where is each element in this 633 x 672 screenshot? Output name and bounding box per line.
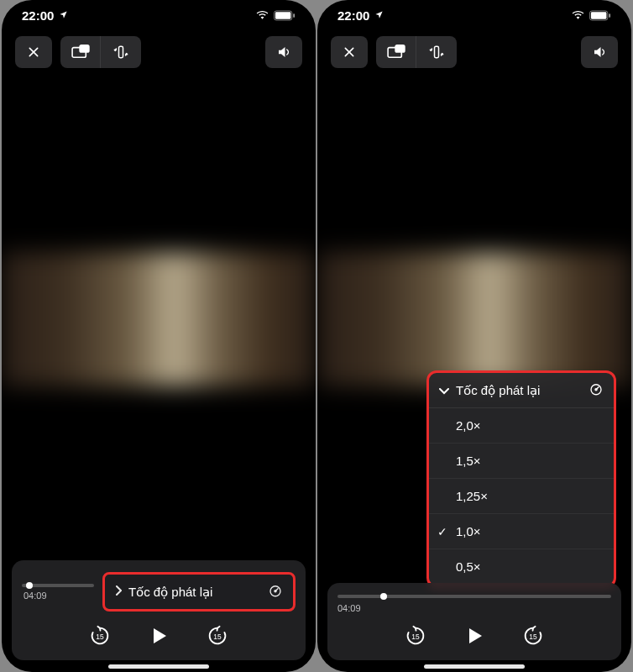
chevron-right-icon bbox=[115, 585, 122, 598]
svg-rect-12 bbox=[609, 13, 610, 18]
speedometer-icon bbox=[268, 583, 283, 601]
speedometer-icon bbox=[589, 381, 604, 399]
speed-option[interactable]: 1,5× bbox=[429, 444, 614, 479]
playback-speed-label: Tốc độ phát lại bbox=[128, 585, 261, 600]
svg-rect-1 bbox=[275, 12, 291, 18]
svg-rect-14 bbox=[395, 45, 405, 52]
speed-option-label: 1,25× bbox=[456, 489, 488, 503]
top-controls bbox=[2, 28, 316, 76]
status-bar: 22:00 bbox=[317, 0, 631, 28]
play-button[interactable] bbox=[460, 622, 489, 650]
location-icon bbox=[374, 10, 384, 22]
rotate-button[interactable] bbox=[416, 36, 457, 68]
rewind-15-button[interactable]: 15 bbox=[86, 622, 114, 650]
playback-speed-menu-header[interactable]: Tốc độ phát lại bbox=[429, 373, 614, 408]
battery-icon bbox=[274, 10, 296, 21]
view-mode-group bbox=[60, 36, 141, 68]
svg-rect-11 bbox=[591, 12, 607, 18]
speed-option[interactable]: ✓1,0× bbox=[429, 514, 614, 549]
phone-screen-right: 22:00 bbox=[317, 0, 631, 672]
video-frame[interactable] bbox=[317, 252, 631, 386]
progress-slider[interactable] bbox=[22, 584, 94, 587]
speed-option[interactable]: 1,25× bbox=[429, 479, 614, 514]
svg-rect-4 bbox=[80, 45, 89, 52]
volume-button[interactable] bbox=[265, 36, 302, 68]
pip-button[interactable] bbox=[60, 36, 101, 68]
forward-15-button[interactable]: 15 bbox=[519, 622, 547, 650]
wifi-icon bbox=[571, 10, 585, 21]
svg-text:15: 15 bbox=[96, 633, 104, 641]
view-mode-group bbox=[376, 36, 457, 68]
svg-point-7 bbox=[275, 591, 276, 592]
svg-text:15: 15 bbox=[213, 633, 222, 641]
svg-text:15: 15 bbox=[529, 633, 537, 641]
video-frame[interactable] bbox=[2, 252, 316, 386]
speed-option-label: 1,0× bbox=[456, 524, 481, 538]
playback-speed-menu: Tốc độ phát lại 2,0×1,5×1,25×✓1,0×0,5× bbox=[426, 370, 616, 588]
chevron-down-icon bbox=[439, 383, 449, 397]
transport-controls: 15 15 bbox=[20, 613, 297, 650]
home-indicator[interactable] bbox=[424, 664, 525, 669]
svg-rect-5 bbox=[119, 46, 123, 57]
svg-text:15: 15 bbox=[411, 633, 420, 641]
rotate-button[interactable] bbox=[101, 36, 141, 68]
forward-15-button[interactable]: 15 bbox=[203, 622, 232, 650]
status-bar: 22:00 bbox=[2, 0, 316, 28]
speed-option-label: 0,5× bbox=[456, 559, 481, 574]
svg-rect-2 bbox=[293, 13, 295, 18]
home-indicator[interactable] bbox=[108, 664, 209, 669]
player-controls: 04:09 Tốc độ phát lại 15 bbox=[12, 560, 306, 660]
svg-rect-15 bbox=[435, 46, 439, 57]
status-time: 22:00 bbox=[22, 8, 54, 23]
close-button[interactable] bbox=[331, 36, 368, 68]
timecode-label: 04:09 bbox=[336, 603, 613, 613]
speed-option-label: 1,5× bbox=[456, 454, 481, 468]
transport-controls: 15 15 bbox=[336, 613, 613, 650]
location-icon bbox=[59, 10, 68, 22]
volume-button[interactable] bbox=[581, 36, 618, 68]
phone-screen-left: 22:00 bbox=[2, 0, 316, 672]
wifi-icon bbox=[255, 10, 269, 21]
speed-option[interactable]: 0,5× bbox=[429, 549, 614, 584]
pip-button[interactable] bbox=[376, 36, 416, 68]
play-button[interactable] bbox=[144, 622, 173, 650]
svg-point-17 bbox=[595, 389, 597, 391]
timecode-label: 04:09 bbox=[22, 591, 94, 601]
battery-icon bbox=[589, 10, 611, 21]
status-time: 22:00 bbox=[337, 8, 369, 23]
playback-speed-menu-title: Tốc độ phát lại bbox=[456, 383, 582, 398]
check-icon: ✓ bbox=[437, 525, 447, 538]
player-controls: 04:09 15 15 bbox=[327, 583, 621, 660]
rewind-15-button[interactable]: 15 bbox=[401, 622, 430, 650]
close-button[interactable] bbox=[15, 36, 52, 68]
progress-slider[interactable] bbox=[337, 595, 611, 598]
playback-speed-pill[interactable]: Tốc độ phát lại bbox=[102, 572, 296, 612]
speed-option-label: 2,0× bbox=[456, 418, 481, 433]
speed-option[interactable]: 2,0× bbox=[429, 408, 614, 444]
top-controls bbox=[317, 28, 631, 76]
